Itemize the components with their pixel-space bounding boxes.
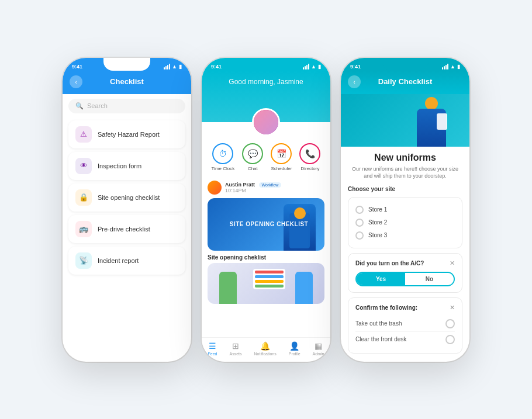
greeting-text: Good morning, Jasmine xyxy=(202,75,330,93)
checklist-item-safety[interactable]: ⚠ Safety Hazard Report xyxy=(68,120,185,148)
yes-no-toggle: Yes No xyxy=(355,272,455,286)
hero-person-head xyxy=(425,97,438,110)
middle-status-time: 9:41 xyxy=(211,64,222,70)
author-avatar xyxy=(208,181,222,195)
search-bar[interactable]: 🔍 Search xyxy=(68,99,185,113)
feed-label: Feed xyxy=(208,352,217,356)
quick-icon-directory[interactable]: 📞 Directory xyxy=(299,143,320,171)
left-header-title: Checklist xyxy=(110,77,144,86)
store-3-radio[interactable] xyxy=(355,231,364,240)
nav-feed[interactable]: ☰ Feed xyxy=(208,341,217,356)
hero-phone xyxy=(437,113,447,130)
confirm-item-trash: Take out the trash xyxy=(355,316,455,332)
author-name: Austin Pratt xyxy=(225,182,255,188)
feed-image-1[interactable]: SITE OPENING CHEKLIST xyxy=(208,198,324,251)
admin-label: Admin xyxy=(313,352,324,356)
right-header-title: Daily Checklist xyxy=(378,77,433,86)
right-status-icons: ▲ ▮ xyxy=(442,64,460,70)
right-description: Our new uniforms are here!! choose your … xyxy=(348,165,462,180)
confirm-desk-label: Clear the front desk xyxy=(355,336,406,342)
ac-question-header: Did you turn on the A/C? ✕ xyxy=(355,259,455,267)
chat-label: Chat xyxy=(248,166,258,171)
scheduler-icon: 📅 xyxy=(271,143,292,164)
store-2-radio[interactable] xyxy=(355,219,364,227)
quick-icon-chat[interactable]: 💬 Chat xyxy=(242,143,263,171)
checklist-item-predrive[interactable]: 🚌 Pre-drive checklist xyxy=(68,215,185,243)
store-3-label: Store 3 xyxy=(368,232,387,238)
notifications-icon: 🔔 xyxy=(260,341,270,351)
post-author-row: Austin Pratt Workflow 10:14PM xyxy=(208,181,324,195)
inspection-label: Inspection form xyxy=(98,162,141,169)
board-stripe-red xyxy=(255,271,284,273)
checklist-items: ⚠ Safety Hazard Report 👁 Inspection form… xyxy=(63,118,191,277)
feed-icon: ☰ xyxy=(209,341,216,351)
middle-notch xyxy=(243,58,289,71)
back-icon: ‹ xyxy=(75,78,77,85)
checklist-item-inspection[interactable]: 👁 Inspection form xyxy=(68,152,185,180)
predrive-label: Pre-drive checklist xyxy=(98,226,150,233)
store-1-radio[interactable] xyxy=(355,206,364,214)
choose-site-header: Choose your site xyxy=(348,186,462,192)
search-icon: 🔍 xyxy=(75,102,84,110)
admin-icon: ▦ xyxy=(315,341,322,351)
assets-label: Assets xyxy=(230,352,242,356)
right-back-button[interactable]: ‹ xyxy=(348,75,361,88)
signal-icon xyxy=(164,64,170,70)
store-1-option[interactable]: Store 1 xyxy=(355,203,455,216)
post-tag: Workflow xyxy=(259,182,282,188)
inspection-icon: 👁 xyxy=(75,158,92,174)
board-stripe-yellow xyxy=(255,280,284,283)
ac-close-button[interactable]: ✕ xyxy=(450,259,455,267)
desk-check[interactable] xyxy=(445,335,455,344)
confirm-label: Confirm the following: xyxy=(355,304,417,311)
store-2-option[interactable]: Store 2 xyxy=(355,216,455,229)
timeclock-label: Time Clock xyxy=(212,166,235,171)
no-button[interactable]: No xyxy=(405,273,454,285)
feed-image-2[interactable] xyxy=(208,263,324,304)
quick-icon-timeclock[interactable]: ⏱ Time Clock xyxy=(212,143,235,171)
notifications-label: Notifications xyxy=(254,352,277,356)
nav-assets[interactable]: ⊞ Assets xyxy=(230,341,242,356)
battery-icon: ▮ xyxy=(318,64,321,70)
timeclock-icon: ⏱ xyxy=(212,143,233,164)
opening-label: Site opening checklist xyxy=(98,194,160,201)
wifi-icon: ▲ xyxy=(172,64,177,70)
battery-icon: ▮ xyxy=(457,64,460,70)
user-avatar-container xyxy=(252,108,280,136)
nav-notifications[interactable]: 🔔 Notifications xyxy=(254,341,277,356)
person-small-green xyxy=(219,272,237,304)
bottom-nav: ☰ Feed ⊞ Assets 🔔 Notifications 👤 Profil… xyxy=(202,337,330,362)
directory-icon: 📞 xyxy=(299,143,320,164)
store-2-label: Store 2 xyxy=(368,219,387,226)
back-button[interactable]: ‹ xyxy=(70,75,82,88)
profile-icon: 👤 xyxy=(289,341,299,351)
avatar-inner xyxy=(254,110,278,134)
phone-middle: 9:41 ▲ ▮ Good morning, Jasmine xyxy=(202,58,330,362)
checklist-item-opening[interactable]: 🔒 Site opening checklist xyxy=(68,183,185,212)
safety-label: Safety Hazard Report xyxy=(98,131,160,138)
predrive-icon: 🚌 xyxy=(75,221,92,237)
right-status-time: 9:41 xyxy=(350,64,361,70)
nav-admin[interactable]: ▦ Admin xyxy=(313,341,324,356)
store-3-option[interactable]: Store 3 xyxy=(355,229,455,242)
wifi-icon: ▲ xyxy=(450,64,455,70)
feed-post: Austin Pratt Workflow 10:14PM SITE OPENI… xyxy=(202,176,330,309)
trash-check[interactable] xyxy=(445,319,455,328)
feed-caption: Site opening cheklist xyxy=(208,251,324,263)
yes-button[interactable]: Yes xyxy=(357,273,405,285)
incident-label: Incident report xyxy=(98,257,139,264)
choose-site-section: Store 1 Store 2 Store 3 xyxy=(348,197,462,248)
signal-icon xyxy=(303,64,309,70)
quick-icon-scheduler[interactable]: 📅 Scheduler xyxy=(271,143,292,171)
middle-status-icons: ▲ ▮ xyxy=(303,64,321,70)
confirm-close-button[interactable]: ✕ xyxy=(450,304,455,311)
back-icon: ‹ xyxy=(353,78,355,85)
board-stripe-green xyxy=(255,285,284,288)
assets-icon: ⊞ xyxy=(232,341,239,351)
right-content: New uniforms Our new uniforms are here!!… xyxy=(341,147,469,357)
left-status-icons: ▲ ▮ xyxy=(164,64,182,70)
post-time: 10:14PM xyxy=(225,188,281,193)
nav-profile[interactable]: 👤 Profile xyxy=(289,341,300,356)
checklist-item-incident[interactable]: 📡 Incident report xyxy=(68,247,185,275)
incident-icon: 📡 xyxy=(75,252,92,269)
